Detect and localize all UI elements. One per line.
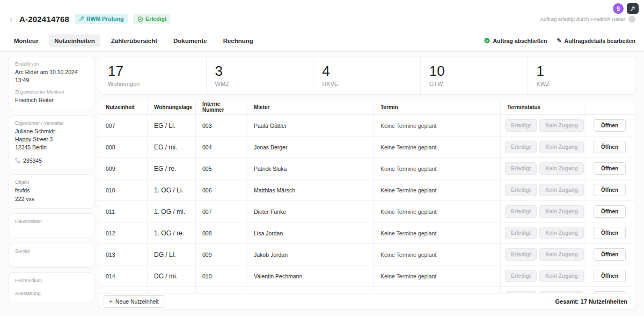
oeffnen-button[interactable]: Öffnen — [594, 270, 626, 282]
cell-termin: Keine Termine geplant — [374, 179, 501, 200]
cell-terminstatus: Erledigt Kein Zugang — [501, 265, 584, 286]
cell-nutzeinheit: 008 — [99, 137, 148, 157]
owner-city: 12345 Berlin — [15, 143, 88, 152]
stat-value: 17 — [108, 63, 197, 80]
cell-open: Öffnen — [584, 265, 635, 286]
objekt-line2: 222 vxv — [15, 195, 88, 203]
erledigt-button[interactable]: Erledigt — [505, 205, 537, 218]
cell-mieter: Matthias Märsch — [247, 179, 374, 200]
table-row: 010 1. OG / Li. 006 Matthias Märsch Kein… — [99, 179, 635, 201]
avatar[interactable]: S — [613, 3, 624, 14]
tools-button[interactable] — [627, 3, 639, 14]
page-title: A-202414768 — [19, 15, 69, 24]
tab-actions: Auftrag abschließen ✎ Auftragsdetails be… — [484, 37, 635, 44]
erledigt-button[interactable]: Erledigt — [505, 270, 537, 282]
table-footer: + Neue Nutzeinheit Gesamt: 17 Nutzeinhei… — [99, 293, 635, 309]
kein-zugang-button[interactable]: Kein Zugang — [539, 227, 584, 239]
corner-actions: S — [613, 3, 639, 14]
owner-card: Eigentümer / Verwalter Juliane Schmidt H… — [9, 115, 94, 170]
cell-open: Öffnen — [584, 137, 635, 157]
cell-terminstatus: Erledigt Kein Zugang — [501, 222, 584, 243]
hausmeister-card: Hausmeister — [9, 213, 94, 238]
col-actions — [584, 99, 635, 114]
cell-mieter: Dieter Funke — [247, 201, 374, 222]
oeffnen-button[interactable]: Öffnen — [594, 205, 626, 218]
col-termin: Termin — [374, 99, 501, 114]
main-content: 17 Wohnungen 3 WMZ 4 HKVE 10 GTW 1 KWZ — [99, 56, 635, 310]
plus-icon: + — [109, 298, 113, 305]
cell-interne-nummer: 006 — [196, 179, 247, 200]
cell-wohnungslage: DG / Li. — [148, 244, 196, 265]
col-wohnungslage: Wohnungslage — [148, 99, 196, 114]
tab-rechnung[interactable]: Rechnung — [218, 34, 259, 47]
stat-label: WMZ — [215, 81, 305, 87]
cell-open: Öffnen — [584, 115, 635, 136]
oeffnen-button[interactable]: Öffnen — [594, 119, 626, 132]
cell-termin: Keine Termine geplant — [374, 201, 501, 222]
auftrag-abschliessen-button[interactable]: Auftrag abschließen — [484, 38, 547, 44]
kein-zugang-button[interactable]: Kein Zugang — [539, 162, 584, 175]
tab-zaehleruebersicht[interactable]: Zählerübersicht — [106, 34, 163, 47]
monteur-value: Friedrich Reiter — [15, 96, 88, 104]
objekt-line1: fsvfds — [15, 186, 88, 195]
stat-label: Wohnungen — [108, 81, 197, 87]
objekt-label: Objekt — [15, 179, 88, 185]
erledigt-button[interactable]: Erledigt — [505, 184, 537, 196]
owner-phone-row: 235345 — [15, 157, 88, 164]
stat-label: KWZ — [536, 81, 626, 87]
col-terminstatus: Terminstatus — [501, 99, 584, 114]
cell-open: Öffnen — [584, 222, 635, 243]
kein-zugang-button[interactable]: Kein Zugang — [539, 184, 584, 196]
erledigt-button[interactable]: Erledigt — [505, 119, 537, 132]
tabs: Monteur Nutzeinheiten Zählerübersicht Do… — [9, 34, 259, 47]
cell-terminstatus: Erledigt Kein Zugang — [501, 201, 584, 222]
neue-nutzeinheit-button[interactable]: + Neue Nutzeinheit — [104, 295, 164, 308]
oeffnen-button[interactable]: Öffnen — [594, 248, 626, 261]
kein-zugang-button[interactable]: Kein Zugang — [539, 141, 584, 153]
app-root: ‹ A-202414768 RWM Prüfung Erledigt Auftr… — [0, 0, 644, 316]
oeffnen-button[interactable]: Öffnen — [594, 141, 626, 153]
table-header: Nutzeinheit Wohnungslage Interne Nummer … — [99, 99, 635, 115]
auftrag-abschliessen-label: Auftrag abschließen — [493, 38, 547, 44]
cell-terminstatus: Erledigt Kein Zugang — [501, 244, 584, 265]
cell-termin: Keine Termine geplant — [374, 158, 501, 179]
auftragsdetails-bearbeiten-button[interactable]: ✎ Auftragsdetails bearbeiten — [557, 37, 635, 44]
cell-nutzeinheit: 013 — [99, 244, 148, 265]
back-chevron-icon[interactable]: ‹ — [9, 14, 14, 24]
stat-wohnungen: 17 Wohnungen — [99, 56, 207, 94]
tab-nutzeinheiten[interactable]: Nutzeinheiten — [49, 34, 100, 47]
hausmeister-label: Hausmeister — [15, 219, 88, 224]
kein-zugang-button[interactable]: Kein Zugang — [539, 119, 584, 132]
heizmedium-label: Heizmedium — [15, 278, 88, 283]
created-value: Arc Rider am 10.10.2024 13:49 — [15, 68, 88, 84]
topbar-left: ‹ A-202414768 RWM Prüfung Erledigt — [9, 14, 171, 24]
erledigt-button[interactable]: Erledigt — [505, 248, 537, 261]
oeffnen-button[interactable]: Öffnen — [594, 162, 626, 175]
tab-monteur[interactable]: Monteur — [9, 34, 43, 47]
oeffnen-button[interactable]: Öffnen — [594, 184, 626, 196]
oeffnen-button[interactable]: Öffnen — [594, 227, 626, 239]
kein-zugang-button[interactable]: Kein Zugang — [539, 248, 584, 261]
stats-card: 17 Wohnungen 3 WMZ 4 HKVE 10 GTW 1 KWZ — [99, 56, 635, 95]
cell-wohnungslage: 1. OG / Li. — [148, 179, 196, 200]
owner-phone: 235345 — [23, 157, 42, 164]
stat-label: GTW — [429, 81, 519, 87]
erledigt-button[interactable]: Erledigt — [505, 141, 537, 153]
cell-open: Öffnen — [584, 244, 635, 265]
topbar: ‹ A-202414768 RWM Prüfung Erledigt Auftr… — [0, 0, 644, 30]
cell-mieter: Patrick Sluka — [247, 158, 374, 179]
cell-interne-nummer: 009 — [196, 244, 247, 265]
cell-mieter: Jonas Berger — [247, 137, 374, 157]
erledigt-button[interactable]: Erledigt — [505, 227, 537, 239]
kein-zugang-button[interactable]: Kein Zugang — [539, 270, 584, 282]
check-circle-icon — [137, 16, 143, 22]
created-label: Erstellt von — [15, 61, 88, 67]
tab-dokumente[interactable]: Dokumente — [168, 34, 213, 47]
total-count: Gesamt: 17 Nutzeinheiten — [555, 298, 631, 305]
rwm-pruefung-badge: RWM Prüfung — [75, 14, 128, 24]
kein-zugang-button[interactable]: Kein Zugang — [539, 205, 584, 218]
erledigt-button[interactable]: Erledigt — [505, 162, 537, 175]
ausstattung-label: Ausstattung — [15, 291, 88, 296]
col-nutzeinheit: Nutzeinheit — [99, 99, 148, 114]
info-icon[interactable] — [628, 16, 635, 23]
